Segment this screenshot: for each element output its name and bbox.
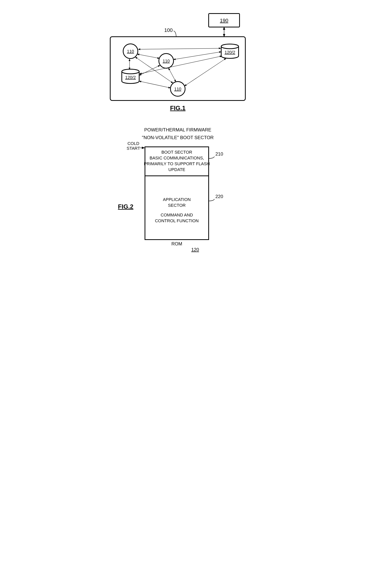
svg-point-1 [122,69,139,74]
svg-line-8 [137,54,159,58]
cylinder-right-label: 120/2 [225,50,235,55]
fig2: POWER/THERMAL FIRMWARE "NON-VOLATILE" BO… [118,127,223,252]
cylinder-left-label: 120/2 [125,75,136,80]
boot-sector: BOOT SECTOR BASIC COMMUNICATIONS, PRIMAR… [144,150,210,172]
external-box-label: 190 [220,18,228,23]
fig1-caption: FIG.1 [170,105,185,111]
svg-text:CONTROL FUNCTION: CONTROL FUNCTION [155,218,199,223]
svg-text:START: START [126,146,140,151]
interconnects [130,48,226,88]
fig2-title2: "NON-VOLATILE" BOOT SECTOR [142,135,214,140]
rom-box [145,147,209,240]
rom-label: ROM [171,241,182,246]
app-sector: APPLICATION SECTOR COMMAND AND CONTROL F… [155,197,199,223]
rom-num: 120 [191,247,199,252]
label-220: 220 [215,194,223,199]
fig2-title1: POWER/THERMAL FIRMWARE [144,127,211,132]
cylinder-left: 120/2 [122,69,139,83]
leader-210 [209,157,214,159]
figure-svg: 190 100 120/2 120/2 110 110 [101,8,265,259]
svg-text:BASIC COMMUNICATIONS,: BASIC COMMUNICATIONS, [150,156,204,160]
node-110-bottom-label: 110 [174,87,181,91]
label-210: 210 [215,151,223,157]
svg-line-7 [138,48,221,49]
svg-line-16 [184,58,226,86]
outer-box-label: 100 [164,27,173,33]
svg-line-11 [174,52,221,59]
svg-text:BOOT SECTOR: BOOT SECTOR [161,150,192,155]
svg-text:COMMAND AND: COMMAND AND [161,212,193,217]
cylinder-right: 120/2 [221,44,239,58]
svg-text:APPLICATION: APPLICATION [163,197,191,202]
svg-text:SECTOR: SECTOR [168,203,185,208]
svg-text:COLD: COLD [127,141,139,146]
svg-line-14 [139,81,170,88]
cold-start: COLD START [126,141,144,151]
svg-text:PRIMARILY TO SUPPORT FLASH: PRIMARILY TO SUPPORT FLASH [144,161,210,166]
svg-text:UPDATE: UPDATE [168,167,185,172]
svg-line-15 [140,56,222,74]
fig1: 190 100 120/2 120/2 110 110 [110,14,245,111]
svg-point-4 [221,44,239,49]
leader-220 [209,199,214,201]
node-110-topleft-label: 110 [127,49,134,54]
svg-line-13 [168,68,176,82]
fig2-caption: FIG.2 [118,203,133,210]
node-110-middle-label: 110 [162,58,170,63]
